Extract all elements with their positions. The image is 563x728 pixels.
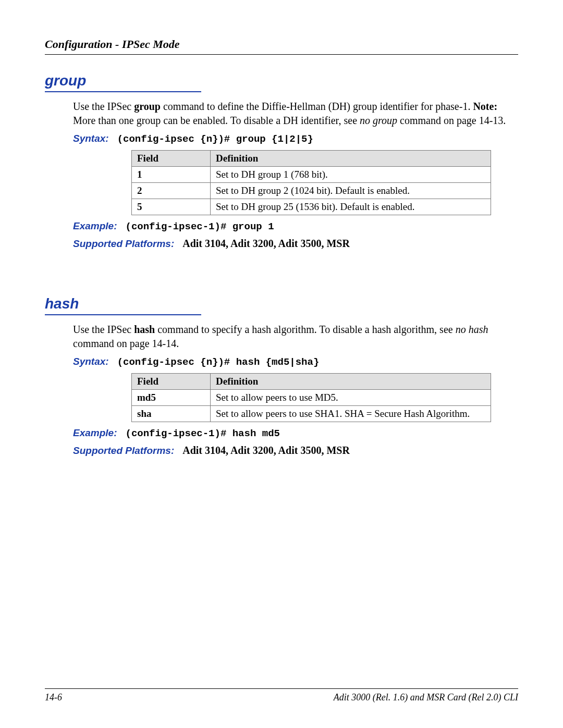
example-text: (config-ipsec-1)# hash md5 (125, 428, 279, 439)
definition-table: Field Definition 1 Set to DH group 1 (76… (131, 150, 491, 215)
example-label: Example: (73, 427, 117, 439)
platforms-label: Supported Platforms: (73, 238, 174, 250)
footer-doc-title: Adit 3000 (Rel. 1.6) and MSR Card (Rel 2… (334, 692, 518, 703)
syntax-row: Syntax: (config-ipsec {n})# group {1|2|5… (45, 133, 518, 145)
table-cell: Set to DH group 25 (1536 bit). Default i… (211, 199, 491, 215)
table-cell: 2 (132, 183, 211, 199)
table-cell: Set to DH group 1 (768 bit). (211, 167, 491, 183)
page: Configuration - IPSec Mode group Use the… (0, 0, 563, 728)
table-row: md5 Set to allow peers to use MD5. (132, 390, 491, 406)
table-cell: Set to allow peers to use MD5. (211, 390, 491, 406)
page-header: Configuration - IPSec Mode (45, 38, 518, 51)
table-cell: md5 (132, 390, 211, 406)
section-rule (45, 91, 201, 92)
table-row: sha Set to allow peers to use SHA1. SHA … (132, 406, 491, 422)
table-head-definition: Definition (211, 374, 491, 390)
example-label: Example: (73, 220, 117, 232)
table-cell: 5 (132, 199, 211, 215)
syntax-text: (config-ipsec {n})# hash {md5|sha} (117, 356, 320, 368)
table-head-field: Field (132, 151, 211, 167)
table-row: 2 Set to DH group 2 (1024 bit). Default … (132, 183, 491, 199)
table-cell: Set to allow peers to use SHA1. SHA = Se… (211, 406, 491, 422)
syntax-row: Syntax: (config-ipsec {n})# hash {md5|sh… (45, 356, 518, 368)
section-hash: hash Use the IPSec hash command to speci… (45, 295, 518, 456)
table-row: 1 Set to DH group 1 (768 bit). (132, 167, 491, 183)
example-text: (config-ipsec-1)# group 1 (125, 221, 274, 232)
section-desc: Use the IPSec hash command to specify a … (45, 323, 518, 351)
platforms-label: Supported Platforms: (73, 445, 174, 456)
example-row: Example: (config-ipsec-1)# group 1 (45, 220, 518, 232)
syntax-text: (config-ipsec {n})# group {1|2|5} (117, 133, 313, 145)
table-cell: Set to DH group 2 (1024 bit). Default is… (211, 183, 491, 199)
section-desc: Use the IPSec group command to define th… (45, 100, 518, 128)
table-row: 5 Set to DH group 25 (1536 bit). Default… (132, 199, 491, 215)
platforms-row: Supported Platforms: Adit 3104, Adit 320… (45, 445, 518, 456)
platforms-text: Adit 3104, Adit 3200, Adit 3500, MSR (182, 445, 350, 456)
section-title-group: group (45, 72, 518, 89)
syntax-label: Syntax: (73, 356, 109, 367)
section-title-hash: hash (45, 295, 518, 312)
syntax-label: Syntax: (73, 133, 109, 144)
table-cell: 1 (132, 167, 211, 183)
platforms-text: Adit 3104, Adit 3200, Adit 3500, MSR (182, 238, 350, 250)
footer-rule (45, 688, 518, 689)
header-rule (45, 54, 518, 55)
page-footer: 14-6 Adit 3000 (Rel. 1.6) and MSR Card (… (45, 688, 518, 703)
section-rule (45, 314, 201, 315)
definition-table: Field Definition md5 Set to allow peers … (131, 373, 491, 422)
example-row: Example: (config-ipsec-1)# hash md5 (45, 427, 518, 439)
footer-page-number: 14-6 (45, 692, 62, 703)
table-head-definition: Definition (211, 151, 491, 167)
table-head-field: Field (132, 374, 211, 390)
table-cell: sha (132, 406, 211, 422)
platforms-row: Supported Platforms: Adit 3104, Adit 320… (45, 238, 518, 250)
